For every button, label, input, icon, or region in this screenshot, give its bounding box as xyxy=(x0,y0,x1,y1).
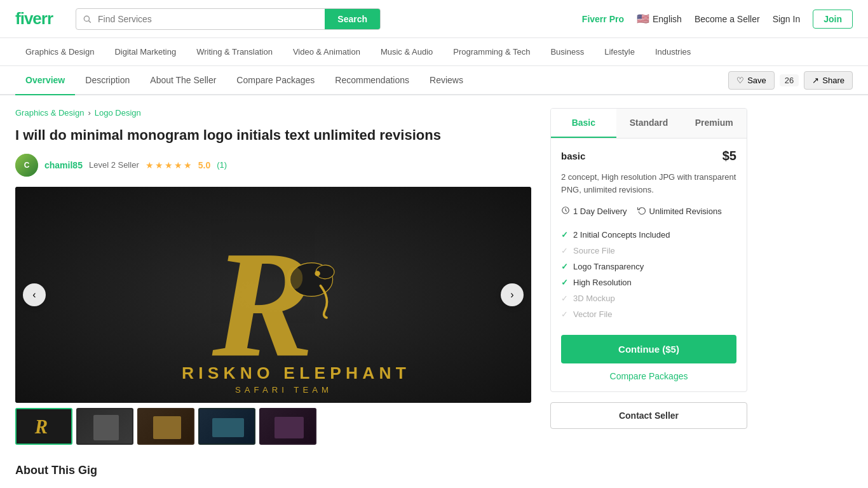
reviews-count[interactable]: (1) xyxy=(217,160,227,170)
seller-name[interactable]: chamil85 xyxy=(44,160,83,170)
svg-text:SAFARI TEAM: SAFARI TEAM xyxy=(235,384,332,394)
nav-cat-video[interactable]: Video & Animation xyxy=(283,38,370,65)
package-tabs: Basic Standard Premium xyxy=(551,109,747,139)
heart-icon: ♡ xyxy=(736,76,744,85)
thumb-1[interactable]: R xyxy=(15,408,72,445)
search-icon xyxy=(76,9,98,29)
language-label: English xyxy=(653,14,682,24)
svg-point-0 xyxy=(84,16,89,21)
feature-2: ✓ Source File xyxy=(561,243,736,259)
about-gig-section: About This Gig xyxy=(15,464,531,477)
star-2: ★ xyxy=(155,160,163,170)
save-label: Save xyxy=(747,76,766,85)
nav-cat-writing[interactable]: Writing & Translation xyxy=(186,38,283,65)
feature-1: ✓ 2 Initial Concepts Included xyxy=(561,227,736,243)
package-name-price: basic $5 xyxy=(561,149,736,163)
share-label: Share xyxy=(822,76,844,85)
flag-icon: 🇺🇸 xyxy=(637,13,649,25)
nav-cat-graphics[interactable]: Graphics & Design xyxy=(15,38,104,65)
svg-point-5 xyxy=(287,267,302,288)
thumb-4[interactable] xyxy=(198,408,255,445)
right-panel: Basic Standard Premium basic $5 2 concep… xyxy=(550,108,747,477)
seller-info: C chamil85 Level 2 Seller ★ ★ ★ ★ ★ 5.0 … xyxy=(15,154,531,177)
gallery-thumbnails: R xyxy=(15,408,531,445)
sub-nav-recommendations[interactable]: Recommendations xyxy=(325,66,419,95)
delivery-info: 1 Day Delivery xyxy=(561,206,627,217)
check-icon-3: ✓ xyxy=(561,262,568,271)
feature-label-3: Logo Transparency xyxy=(573,262,644,271)
nav-cat-industries[interactable]: Industries xyxy=(645,38,701,65)
tab-standard[interactable]: Standard xyxy=(616,109,682,138)
become-seller-link[interactable]: Become a Seller xyxy=(695,14,760,24)
breadcrumb-sep: › xyxy=(88,108,90,118)
sub-nav-overview[interactable]: Overview xyxy=(15,66,75,95)
continue-button[interactable]: Continue ($5) xyxy=(561,335,736,363)
feature-6: ✓ Vector File xyxy=(561,306,736,322)
check-icon-2: ✓ xyxy=(561,246,568,255)
star-4: ★ xyxy=(174,160,182,170)
feature-label-2: Source File xyxy=(573,246,615,255)
revisions-icon xyxy=(637,206,646,217)
category-nav: Graphics & Design Digital Marketing Writ… xyxy=(0,38,868,66)
package-body: basic $5 2 concept, High resolution JPG … xyxy=(551,139,747,391)
search-input[interactable] xyxy=(98,9,325,29)
gallery-image: R xyxy=(15,187,531,403)
feature-label-6: Vector File xyxy=(573,309,612,319)
language-selector[interactable]: 🇺🇸 English xyxy=(637,13,682,25)
nav-cat-programming[interactable]: Programming & Tech xyxy=(443,38,540,65)
sign-in-link[interactable]: Sign In xyxy=(773,14,801,24)
nav-cat-digital[interactable]: Digital Marketing xyxy=(104,38,186,65)
nav-cat-music[interactable]: Music & Audio xyxy=(370,38,443,65)
svg-text:R: R xyxy=(34,416,48,437)
join-button[interactable]: Join xyxy=(813,10,853,29)
star-3: ★ xyxy=(165,160,173,170)
nav-cat-lifestyle[interactable]: Lifestyle xyxy=(594,38,645,65)
feature-5: ✓ 3D Mockup xyxy=(561,290,736,306)
check-icon-6: ✓ xyxy=(561,309,568,319)
seller-avatar[interactable]: C xyxy=(15,154,38,177)
share-button[interactable]: ↗ Share xyxy=(804,71,853,90)
save-button[interactable]: ♡ Save xyxy=(728,71,775,90)
features-list: ✓ 2 Initial Concepts Included ✓ Source F… xyxy=(561,227,736,322)
gallery-prev[interactable]: ‹ xyxy=(23,283,46,306)
sub-nav-reviews[interactable]: Reviews xyxy=(419,66,473,95)
sub-nav-about-seller[interactable]: About The Seller xyxy=(140,66,226,95)
logo-svg: R xyxy=(121,193,426,396)
logo[interactable]: fiverr xyxy=(15,9,53,29)
svg-point-6 xyxy=(315,271,320,275)
svg-line-1 xyxy=(89,20,91,22)
gallery-next[interactable]: › xyxy=(501,283,524,306)
feature-label-5: 3D Mockup xyxy=(573,294,615,303)
breadcrumb-graphics[interactable]: Graphics & Design xyxy=(15,108,84,118)
gallery-main: R xyxy=(15,187,531,403)
sub-nav-compare-packages[interactable]: Compare Packages xyxy=(226,66,325,95)
gig-title: I will do minimal monogram logo initials… xyxy=(15,126,531,145)
revisions-info: Unlimited Revisions xyxy=(637,206,722,217)
contact-seller-button[interactable]: Contact Seller xyxy=(550,402,747,429)
delivery-label: 1 Day Delivery xyxy=(573,207,627,216)
thumb-2[interactable] xyxy=(76,408,133,445)
feature-label-4: High Resolution xyxy=(573,278,632,287)
compare-packages-link[interactable]: Compare Packages xyxy=(561,371,736,381)
star-1: ★ xyxy=(146,160,154,170)
thumb-3[interactable] xyxy=(137,408,194,445)
share-icon: ↗ xyxy=(812,76,819,85)
nav-cat-business[interactable]: Business xyxy=(540,38,594,65)
feature-4: ✓ High Resolution xyxy=(561,274,736,290)
sub-nav-description[interactable]: Description xyxy=(75,66,140,95)
tab-premium[interactable]: Premium xyxy=(681,109,747,138)
thumb-5[interactable] xyxy=(259,408,316,445)
package-name: basic xyxy=(561,151,585,161)
tab-basic[interactable]: Basic xyxy=(551,109,616,138)
fiverr-pro-link[interactable]: Fiverr Pro xyxy=(582,14,624,24)
breadcrumb: Graphics & Design › Logo Design xyxy=(15,108,531,118)
search-button[interactable]: Search xyxy=(325,9,380,29)
main-content: Graphics & Design › Logo Design I will d… xyxy=(0,95,763,488)
package-description: 2 concept, High resolution JPG with tran… xyxy=(561,171,736,196)
sub-nav: Overview Description About The Seller Co… xyxy=(0,66,868,95)
package-meta: 1 Day Delivery Unlimited Revisions xyxy=(561,206,736,217)
star-5: ★ xyxy=(184,160,192,170)
breadcrumb-logo-design[interactable]: Logo Design xyxy=(95,108,141,118)
svg-text:RISKNO ELEPHANT: RISKNO ELEPHANT xyxy=(182,363,410,383)
save-count: 26 xyxy=(780,74,799,86)
